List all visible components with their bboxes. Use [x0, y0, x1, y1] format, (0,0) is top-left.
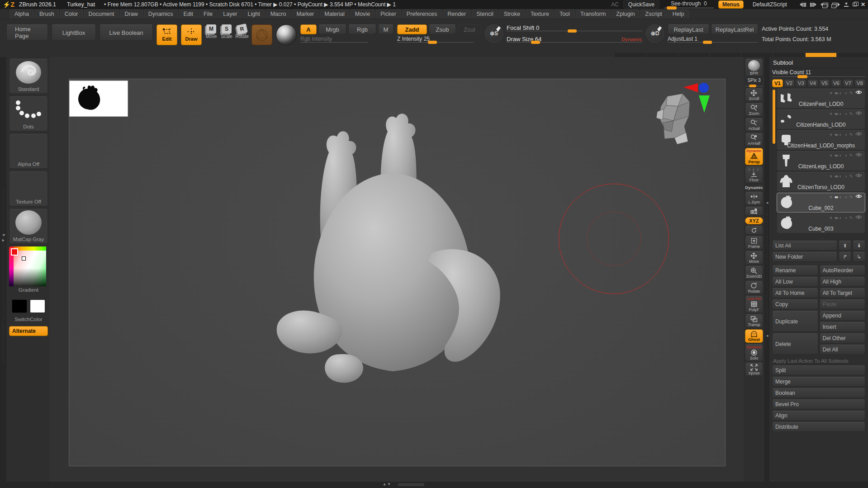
copy-button[interactable]: Copy — [772, 299, 818, 309]
ghost-button[interactable]: Ghost — [745, 329, 763, 343]
left-divider-grip[interactable] — [2, 188, 5, 364]
xpose-button[interactable]: Xpose — [745, 363, 763, 376]
floor-button[interactable]: x y zFloor — [745, 166, 763, 183]
union-icon[interactable]: ●● — [834, 153, 837, 158]
adjust-last-handle[interactable] — [703, 41, 712, 44]
turkey-3d-model[interactable] — [264, 103, 522, 401]
camera-orientation-gizmo[interactable] — [642, 82, 712, 145]
menu-zscript[interactable]: Zscript — [640, 9, 667, 19]
z-intensity-slider[interactable]: Z Intensity 25 — [397, 36, 474, 43]
visibility-tab-v6[interactable]: V6 — [831, 79, 842, 87]
polypaint-icon[interactable]: ▾ — [830, 215, 832, 220]
intersect-icon[interactable]: ◑ — [844, 194, 847, 199]
bevel-pro-button[interactable]: Bevel Pro — [772, 399, 865, 409]
zadd-button[interactable]: Zadd — [397, 24, 427, 34]
draw-size-slider[interactable]: Draw Size 64 Dynamic — [507, 36, 642, 43]
merge-button[interactable]: Merge — [772, 377, 865, 387]
difference-icon[interactable]: ◐ — [840, 90, 842, 95]
actual-button[interactable]: x1Actual — [745, 118, 763, 132]
visible-count-handle[interactable] — [797, 75, 807, 78]
tray-item-standard[interactable]: Standard — [9, 59, 48, 94]
visibility-tab-v3[interactable]: V3 — [796, 79, 806, 87]
gizmo-xyz-button[interactable]: XYZ — [745, 217, 763, 224]
color-picker[interactable] — [9, 246, 46, 286]
difference-icon[interactable]: ◐ — [840, 153, 842, 158]
distribute-button[interactable]: Distribute — [772, 422, 865, 432]
live-boolean-button[interactable]: Live Boolean — [100, 24, 153, 41]
polypaint-icon[interactable]: ▾ — [830, 174, 832, 179]
left-divider[interactable]: ◄ ► — [0, 57, 6, 482]
intersect-icon[interactable]: ◑ — [844, 215, 847, 220]
menu-texture[interactable]: Texture — [526, 9, 554, 19]
right-divider-arrow-top[interactable]: ◄ — [765, 201, 769, 205]
move-mode-button[interactable]: M Move — [205, 24, 217, 40]
menu-layer[interactable]: Layer — [218, 9, 242, 19]
menu-draw[interactable]: Draw — [120, 9, 142, 19]
visibility-tab-v2[interactable]: V2 — [784, 79, 795, 87]
rotate-mode-button[interactable]: R Rotate — [236, 24, 248, 40]
restore-button[interactable] — [853, 3, 857, 6]
tray-item-texture-off[interactable]: Texture Off — [9, 171, 48, 206]
home-page-button[interactable]: Home Page — [6, 24, 48, 41]
menu-color[interactable]: Color — [60, 9, 83, 19]
menu-material[interactable]: Material — [320, 9, 349, 19]
polypaint-icon[interactable]: ▾ — [830, 153, 832, 158]
subtool-item-CitizenLegs_LOD0[interactable]: ▾●●◐◑✎CitizenLegs_LOD0 — [777, 151, 865, 171]
zsub-button[interactable]: Zsub — [429, 24, 456, 34]
tray-item-dots[interactable]: Dots — [9, 96, 48, 131]
focal-shift-handle[interactable] — [568, 29, 577, 33]
scroll-button[interactable]: Scroll — [745, 88, 763, 102]
bottom-divider[interactable]: ▲▼ — [0, 482, 868, 488]
document-canvas[interactable] — [69, 79, 726, 466]
bpr-button[interactable]: BPR — [745, 59, 763, 76]
menus-button[interactable]: Menus — [718, 0, 744, 9]
draw-mode-button[interactable]: Draw — [181, 24, 202, 45]
dock-right-icon[interactable] — [810, 3, 816, 7]
eye-icon[interactable] — [855, 132, 862, 137]
intersect-icon[interactable]: ◑ — [844, 111, 847, 116]
paint-icon[interactable]: ✎ — [849, 90, 853, 95]
tray-item-matcap-gray[interactable]: MatCap Gray — [9, 209, 48, 244]
left-divider-close-icon[interactable]: ► — [1, 238, 5, 242]
subtool-item-CitizenTorso_LOD0[interactable]: ▾●●◐◑✎CitizenTorso_LOD0 — [777, 172, 865, 192]
rotate-button[interactable]: Rotate — [745, 281, 763, 294]
lsym-button[interactable]: L.Sym — [745, 192, 763, 205]
paint-icon[interactable]: ✎ — [849, 194, 853, 199]
difference-icon[interactable]: ◐ — [840, 215, 842, 220]
align-button[interactable]: Align — [772, 411, 865, 421]
tray-item-alpha-off[interactable]: Alpha Off — [9, 134, 48, 169]
paint-icon[interactable]: ✎ — [849, 111, 853, 116]
visibility-tab-v5[interactable]: V5 — [819, 79, 830, 87]
menu-alpha[interactable]: Alpha — [10, 9, 33, 19]
subtool-item-Cube_002[interactable]: ▾●●◐◑✎Cube_002 — [777, 193, 865, 213]
union-icon[interactable]: ●● — [834, 90, 837, 95]
solo-button[interactable]: DynamicSolo — [745, 344, 763, 361]
spix-slider[interactable]: SPix 3 — [745, 78, 763, 87]
subtool-item-CitizenHead_LOD0_morphs[interactable]: ▾●●◐◑✎CitizenHead_LOD0_morphs — [777, 130, 865, 150]
all-high-button[interactable]: All High — [820, 277, 866, 287]
visible-count-slider[interactable]: Visible Count 11 — [772, 69, 865, 77]
subtool-scrollbar[interactable] — [773, 90, 775, 144]
visibility-tab-v1[interactable]: V1 — [772, 79, 783, 87]
menu-brush[interactable]: Brush — [35, 9, 59, 19]
bottom-divider-arrows[interactable]: ▲▼ — [383, 482, 392, 486]
quicksave-button[interactable]: QuickSave — [623, 0, 659, 9]
rename-button[interactable]: Rename — [772, 265, 818, 275]
del-other-button[interactable]: Del Other — [820, 333, 866, 343]
adjust-last-slider[interactable]: AdjustLast 1 — [668, 36, 758, 43]
union-icon[interactable]: ●● — [834, 132, 837, 137]
paint-m-button[interactable]: M — [378, 24, 394, 34]
zoom-button[interactable]: Zoom — [745, 103, 763, 117]
camlock-button[interactable] — [745, 207, 763, 216]
secondary-color-swatch[interactable] — [30, 299, 45, 313]
rgb-intensity-slider[interactable]: Rgb Intensity — [300, 36, 368, 43]
right-divider-arrow-bottom[interactable]: ◄ — [765, 334, 769, 338]
difference-icon[interactable]: ◐ — [840, 132, 842, 137]
default-zscript-button[interactable]: DefaultZScript — [748, 1, 792, 8]
append-button[interactable]: Append — [820, 311, 866, 321]
paint-icon[interactable]: ✎ — [849, 153, 853, 158]
bottom-divider-handle[interactable] — [398, 483, 424, 486]
polypaint-icon[interactable]: ▾ — [830, 111, 832, 116]
boolean-button[interactable]: Boolean — [772, 388, 865, 398]
duplicate-button[interactable]: Duplicate — [772, 311, 818, 332]
